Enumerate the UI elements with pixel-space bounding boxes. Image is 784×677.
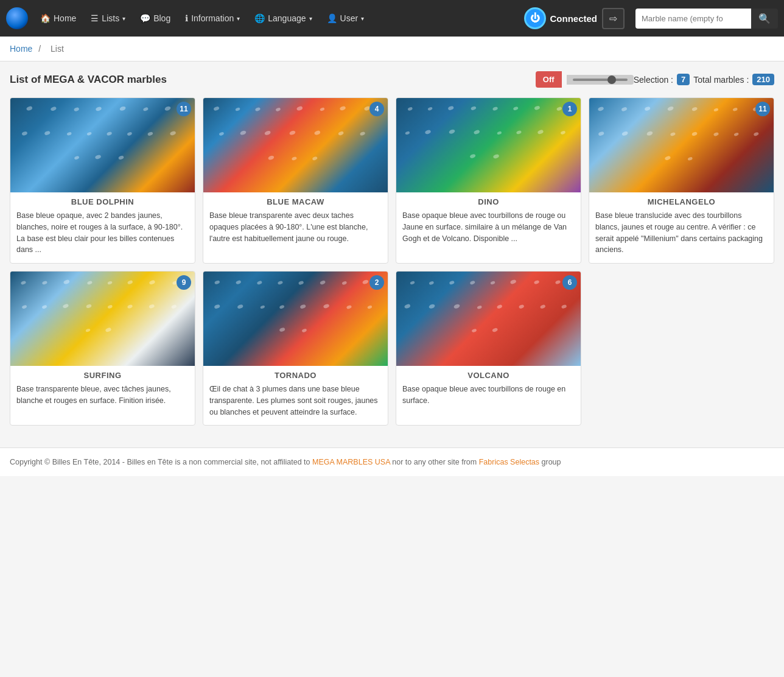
nav-home[interactable]: 🏠 Home (34, 9, 82, 28)
svg-point-129 (646, 131, 653, 136)
svg-point-88 (403, 129, 418, 144)
card-surfing[interactable]: 9 SURFING Base transparente bleue, avec … (10, 271, 195, 426)
connected-label: Connected (550, 13, 597, 24)
svg-point-195 (362, 279, 369, 285)
svg-point-99 (516, 130, 522, 135)
svg-point-242 (516, 302, 533, 319)
svg-point-147 (41, 280, 47, 285)
svg-point-182 (233, 278, 250, 295)
card-blue-dolphin[interactable]: 11 BLUE DOLPHIN Base bleue opaque, avec … (10, 97, 195, 264)
svg-point-241 (497, 304, 503, 309)
svg-point-76 (445, 103, 464, 122)
svg-point-215 (301, 328, 307, 332)
svg-point-127 (621, 130, 629, 136)
svg-point-59 (289, 130, 296, 136)
svg-point-106 (491, 151, 509, 170)
svg-point-139 (754, 132, 759, 137)
svg-point-31 (74, 155, 79, 160)
nav-lists[interactable]: ☰ Lists ▾ (85, 9, 131, 28)
card-image-dino: 1 (396, 98, 581, 192)
svg-point-150 (85, 278, 101, 295)
zoom-slider[interactable] (573, 79, 628, 81)
nav-lists-label: Lists (102, 13, 119, 23)
card-img-surfing (10, 272, 195, 366)
card-name-michelangelo: MICHELANGELO (589, 192, 774, 210)
svg-point-5 (73, 107, 79, 111)
svg-point-119 (713, 108, 719, 112)
card-tornado[interactable]: 2 TORNADO Œil de chat à 3 plumes dans un… (203, 271, 388, 426)
nav-information[interactable]: ℹ Information ▾ (179, 9, 246, 28)
card-img-michelangelo (589, 98, 774, 192)
svg-point-214 (299, 326, 315, 342)
svg-point-45 (296, 105, 303, 111)
svg-point-250 (489, 325, 507, 343)
svg-point-48 (337, 103, 356, 122)
svg-point-190 (318, 278, 335, 295)
svg-point-96 (495, 129, 509, 144)
svg-point-65 (360, 131, 366, 136)
card-image-blue-macaw: 4 (203, 98, 388, 192)
footer-link-fabricas[interactable]: Fabricas Selectas (479, 458, 539, 466)
svg-point-80 (490, 104, 507, 121)
svg-point-128 (644, 128, 663, 148)
svg-point-153 (107, 281, 113, 285)
card-volcano[interactable]: 6 VOLCANO Base opaque bleue avec tourbil… (396, 271, 581, 426)
svg-point-222 (467, 278, 484, 295)
svg-point-22 (104, 129, 121, 146)
svg-point-25 (127, 132, 133, 136)
svg-point-175 (171, 304, 177, 309)
search-button[interactable]: 🔍 (751, 9, 778, 29)
svg-point-121 (732, 107, 738, 111)
svg-point-58 (287, 128, 306, 147)
svg-point-118 (712, 106, 726, 121)
card-count-blue-macaw: 4 (369, 102, 384, 116)
svg-point-17 (44, 130, 51, 136)
svg-point-1 (26, 106, 33, 111)
svg-point-209 (346, 304, 352, 309)
svg-point-177 (85, 328, 91, 332)
svg-point-200 (257, 303, 272, 318)
svg-point-98 (514, 128, 530, 144)
svg-point-19 (67, 132, 72, 136)
svg-point-108 (595, 103, 614, 122)
card-michelangelo[interactable]: 11 MICHELANGELO Base bleue translucide a… (589, 97, 774, 264)
card-blue-macaw[interactable]: 4 BLUE MACAW Base bleue transparente ave… (203, 97, 388, 264)
toggle-off-button[interactable]: Off (536, 71, 562, 88)
svg-point-10 (141, 105, 157, 121)
nav-user[interactable]: 👤 User ▾ (321, 9, 371, 28)
svg-point-32 (92, 152, 111, 170)
footer-link-mega[interactable]: MEGA MARBLES USA (312, 458, 390, 466)
svg-point-157 (149, 279, 155, 285)
selection-info: Selection : 7 Total marbles : 210 (634, 74, 774, 85)
svg-point-105 (470, 154, 477, 160)
svg-point-66 (265, 152, 284, 172)
card-desc-michelangelo: Base bleue translucide avec des tourbill… (589, 210, 774, 263)
card-desc-volcano: Base opaque bleue avec tourbillons de ro… (396, 384, 581, 414)
svg-point-28 (167, 128, 186, 147)
breadcrumb-home[interactable]: Home (10, 44, 32, 54)
svg-point-40 (253, 105, 269, 121)
svg-point-246 (559, 303, 576, 320)
nav-language[interactable]: 🌐 Language ▾ (248, 9, 318, 28)
svg-point-26 (145, 129, 162, 146)
svg-point-179 (105, 327, 112, 332)
svg-point-141 (665, 155, 671, 161)
nav-blog[interactable]: 💬 Blog (134, 9, 177, 28)
total-count: 210 (752, 74, 774, 85)
svg-point-221 (449, 280, 455, 285)
card-desc-tornado: Œil de chat à 3 plumes dans une base ble… (203, 384, 388, 425)
svg-point-38 (233, 105, 248, 121)
svg-point-229 (533, 280, 539, 285)
language-icon: 🌐 (254, 13, 265, 23)
svg-point-34 (116, 153, 133, 170)
card-dino[interactable]: 1 DINO Base opaque bleue avec tourbillon… (396, 97, 581, 264)
svg-point-240 (494, 302, 511, 319)
lists-icon: ☰ (91, 13, 99, 23)
svg-point-84 (531, 103, 550, 122)
logout-button[interactable]: ⇨ (602, 8, 625, 29)
card-name-blue-dolphin: BLUE DOLPHIN (10, 192, 195, 210)
search-input[interactable] (635, 9, 751, 29)
svg-point-171 (127, 304, 133, 309)
svg-point-117 (691, 107, 698, 111)
svg-point-172 (146, 301, 164, 319)
